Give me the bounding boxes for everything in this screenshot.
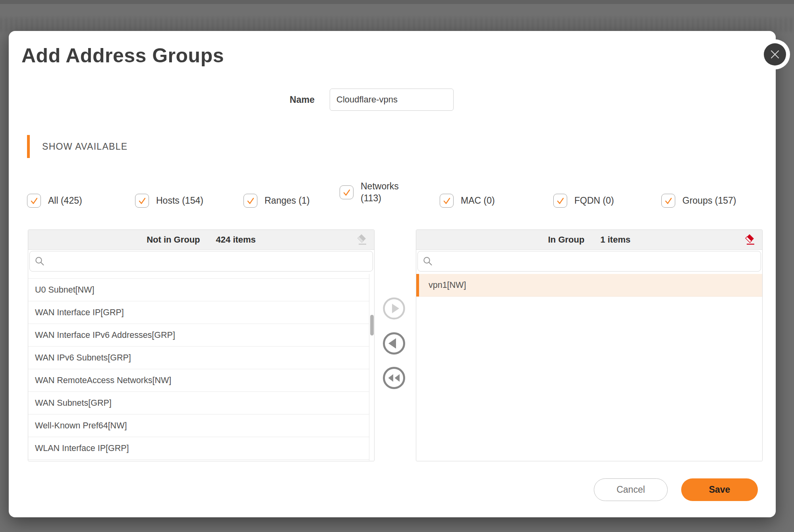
close-button[interactable] [764,43,786,66]
filter-label: MAC (0) [461,195,495,207]
list-item[interactable]: WAN IPv6 Subnets[GRP] [28,347,374,369]
name-input[interactable] [330,89,454,111]
checkmark-icon [137,196,147,206]
filter-label: Hosts (154) [156,195,203,207]
filter-mac: MAC (0) [440,194,495,208]
list-item[interactable]: WAN Subnets[GRP] [28,392,374,414]
filter-hosts: Hosts (154) [135,194,203,208]
scrollbar-thumb[interactable] [370,315,374,335]
cancel-button[interactable]: Cancel [594,478,668,501]
cancel-button-label: Cancel [616,484,645,495]
remove-all-from-group-button[interactable] [383,366,406,389]
checkmark-icon [556,196,565,206]
move-to-group-button[interactable] [383,297,406,320]
filter-label: Networks (113) [361,181,405,204]
in-group-list: vpn1[NW] [416,274,762,461]
checkmark-icon [664,196,673,206]
clear-left-list-button[interactable] [357,233,369,246]
checkbox-fqdn[interactable] [553,194,567,208]
panel-title: Not in Group [147,235,200,245]
save-button-label: Save [709,484,730,495]
double-arrow-left-circle-icon [383,366,406,389]
checkbox-networks[interactable] [340,185,354,199]
eraser-icon [357,233,368,245]
background-overlay-top [0,0,794,4]
list-item-selected[interactable]: vpn1[NW] [416,274,762,297]
filter-fqdn: FQDN (0) [553,194,614,208]
name-field-label: Name [231,89,315,111]
filter-networks: Networks (113) [340,181,405,204]
not-in-group-searchbox [29,251,373,272]
filter-label: FQDN (0) [574,195,614,207]
checkbox-ranges[interactable] [243,194,257,208]
arrow-left-circle-icon [383,332,406,355]
in-group-panel: In Group 1 items vpn1[NW] [416,229,763,461]
checkmark-icon [442,196,452,206]
list-item-partial [28,274,374,279]
list-item[interactable]: WLAN Interface IP[GRP] [28,437,374,460]
not-in-group-list: U0 Subnet[NW] WAN Interface IP[GRP] WAN … [28,274,374,461]
in-group-searchbox [417,251,761,272]
eraser-red-icon [745,233,756,245]
filter-label: All (425) [48,195,82,207]
panel-item-count: 424 items [216,235,256,245]
list-item[interactable]: WAN Interface IPv6 Addresses[GRP] [28,324,374,347]
filter-label: Ranges (1) [265,195,310,207]
checkmark-icon [246,196,255,206]
panel-item-count: 1 items [600,235,630,245]
checkbox-groups[interactable] [661,194,675,208]
checkbox-mac[interactable] [440,194,454,208]
in-group-search-input[interactable] [437,251,756,271]
remove-from-group-button[interactable] [383,332,406,355]
filter-all: All (425) [27,194,82,208]
search-icon [35,256,45,267]
filter-ranges: Ranges (1) [243,194,310,208]
search-icon [423,256,433,267]
scrollbar-track[interactable] [369,274,374,461]
checkbox-hosts[interactable] [135,194,149,208]
show-available-heading: SHOW AVAILABLE [42,135,128,158]
section-accent-bar [27,135,30,158]
selected-item-label: vpn1[NW] [419,280,466,290]
list-item[interactable]: U0 Subnet[NW] [28,279,374,301]
filter-label: Groups (157) [682,195,736,207]
checkmark-icon [29,196,39,206]
in-group-header: In Group 1 items [416,230,762,250]
save-button[interactable]: Save [681,478,758,501]
not-in-group-search-input[interactable] [49,251,368,271]
list-item[interactable]: Well-Known Pref64[NW] [28,414,374,437]
clear-in-group-list-button[interactable] [745,233,757,246]
not-in-group-header: Not in Group 424 items [28,230,374,250]
not-in-group-panel: Not in Group 424 items U0 Subnet[NW] WAN… [28,229,375,461]
list-item[interactable]: WAN RemoteAccess Networks[NW] [28,369,374,392]
page-title: Add Address Groups [21,44,224,67]
background-blurred-content [0,17,794,32]
checkmark-icon [342,188,352,197]
filter-groups: Groups (157) [661,194,736,208]
list-item[interactable]: WAN Interface IP[GRP] [28,301,374,324]
close-icon [770,49,780,60]
panel-title: In Group [548,235,585,245]
checkbox-all[interactable] [27,194,41,208]
add-address-groups-dialog: Add Address Groups Name SHOW AVAILABLE A… [9,31,776,517]
arrow-right-circle-icon [383,297,406,320]
selected-accent-bar [416,274,419,297]
